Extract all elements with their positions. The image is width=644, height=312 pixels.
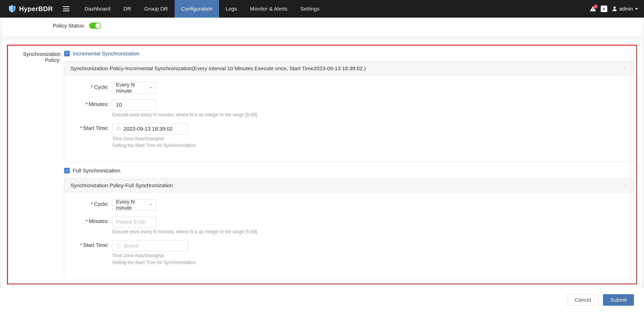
alerts-icon[interactable]: 0: [590, 6, 596, 12]
full-sync-label: Full Synchronization: [73, 168, 120, 174]
sync-policy-card: Synchronization Policy: Incremental Sync…: [3, 40, 641, 289]
nav-settings[interactable]: Settings: [294, 0, 326, 18]
svg-point-0: [14, 6, 14, 7]
nav-logs[interactable]: Logs: [219, 0, 244, 18]
full-cycle-value: Every N minute: [116, 199, 147, 211]
inc-tz-helper: Time Zone Asia/Shanghai: [112, 136, 196, 141]
nav-dashboard[interactable]: Dashboard: [78, 0, 117, 18]
chevron-down-icon: [623, 66, 627, 71]
inc-minutes-helper: Execute once every N minutes, where N is…: [112, 112, 258, 118]
policy-status-card: Policy Status:: [3, 18, 641, 36]
full-accordion: Synchronization Policy-Full Synchronizat…: [64, 178, 634, 279]
inc-start-input-wrap[interactable]: [112, 123, 188, 135]
inc-cycle-label: Cycle:: [94, 84, 109, 90]
full-minutes-input-wrap: [112, 216, 156, 228]
language-toggle[interactable]: A: [601, 6, 607, 12]
svg-point-1: [15, 7, 15, 8]
policy-status-label: Policy Status:: [53, 23, 85, 29]
footer-actions: Cancel Submit: [0, 288, 644, 312]
sync-policy-label: Synchronization Policy:: [10, 51, 64, 279]
full-cycle-select[interactable]: Every N minute: [112, 199, 156, 211]
full-tz-helper: Time Zone Asia/Shanghai: [112, 253, 196, 258]
caret-down-icon: [150, 87, 152, 89]
policy-status-toggle[interactable]: [89, 23, 101, 29]
inc-minutes-input[interactable]: [116, 102, 152, 108]
incremental-sync-label: Incremental Synchronization: [73, 51, 139, 57]
incremental-accordion: Synchronization Policy-Incremental Synch…: [64, 61, 634, 162]
inc-start-label: Start Time:: [83, 125, 109, 131]
full-minutes-helper: Execute once every N minutes, where N is…: [112, 229, 258, 235]
full-minutes-label: Minutes:: [89, 218, 109, 224]
clock-icon: [116, 126, 121, 131]
cancel-button[interactable]: Cancel: [567, 294, 598, 306]
incremental-sync-checkbox-row: Incremental Synchronization: [64, 51, 634, 57]
chevron-down-icon: [623, 183, 627, 188]
caret-down-icon: [150, 204, 152, 206]
inc-minutes-input-wrap: [112, 99, 156, 111]
full-start-helper: Setting the Start Time for Synchronizati…: [112, 260, 196, 265]
full-start-input-wrap[interactable]: [112, 240, 188, 252]
full-cycle-label: Cycle:: [94, 201, 109, 207]
top-nav: Dashboard DR Group DR Configuration Logs…: [78, 0, 326, 18]
clock-icon: [116, 243, 121, 248]
full-start-input[interactable]: [124, 243, 184, 249]
hamburger-icon[interactable]: [63, 6, 69, 11]
inc-minutes-label: Minutes:: [89, 101, 109, 107]
incremental-sync-checkbox[interactable]: [64, 51, 70, 56]
inc-start-input[interactable]: [124, 126, 184, 132]
user-name: admin: [619, 6, 633, 12]
full-sync-checkbox[interactable]: [64, 168, 70, 173]
inc-cycle-select[interactable]: Every N minute: [112, 82, 156, 94]
full-accordion-header[interactable]: Synchronization Policy-Full Synchronizat…: [64, 178, 633, 192]
nav-monitor-alerts[interactable]: Monitor & Alerts: [244, 0, 294, 18]
header-right: 0 A admin: [590, 6, 638, 12]
shield-icon: [8, 5, 17, 13]
nav-configuration[interactable]: Configuration: [175, 0, 219, 18]
incremental-accordion-title: Synchronization Policy-Incremental Synch…: [70, 65, 366, 71]
highlighted-region: Synchronization Policy: Incremental Sync…: [7, 45, 637, 284]
brand-title: HyperBDR: [19, 5, 53, 13]
nav-dr[interactable]: DR: [117, 0, 138, 18]
full-sync-checkbox-row: Full Synchronization: [64, 168, 634, 174]
full-minutes-input[interactable]: [116, 219, 152, 225]
inc-start-helper: Setting the Start Time for Synchronizati…: [112, 143, 196, 148]
nav-group-dr[interactable]: Group DR: [138, 0, 175, 18]
app-header: HyperBDR Dashboard DR Group DR Configura…: [0, 0, 644, 18]
full-accordion-title: Synchronization Policy-Full Synchronizat…: [70, 182, 173, 188]
alerts-badge: 0: [594, 5, 598, 9]
inc-cycle-value: Every N minute: [116, 82, 147, 94]
user-icon: [612, 6, 617, 12]
user-menu[interactable]: admin: [612, 6, 638, 12]
brand-area: HyperBDR: [8, 5, 53, 13]
full-start-label: Start Time:: [83, 242, 109, 248]
incremental-accordion-header[interactable]: Synchronization Policy-Incremental Synch…: [64, 61, 633, 75]
caret-down-icon: [635, 8, 638, 10]
submit-button[interactable]: Submit: [603, 294, 634, 306]
